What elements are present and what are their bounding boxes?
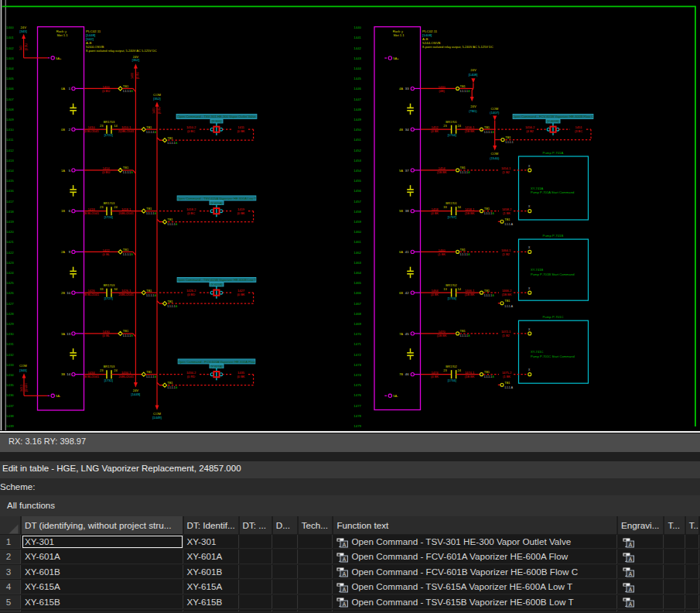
svg-text:(0 BL: (0 BL [102, 334, 110, 337]
svg-text:1436: 1436 [6, 393, 14, 397]
svg-text:1458: 1458 [353, 210, 361, 214]
svg-text:1452: 1452 [353, 149, 361, 152]
svg-text:14: 14 [67, 372, 70, 376]
svg-text:1426: 1426 [6, 291, 14, 295]
svg-text:Pump P-701C Start Command: Pump P-701C Start Command [531, 354, 575, 358]
svg-text:45: 45 [405, 332, 409, 336]
svg-text:(1B BK: (1B BK [502, 293, 512, 296]
svg-text:1478: 1478 [353, 414, 361, 418]
svg-text:1474: 1474 [353, 373, 361, 377]
svg-text:1455: 1455 [353, 179, 361, 183]
svg-text:1475: 1475 [353, 383, 361, 387]
svg-text:1439: 1439 [6, 424, 14, 428]
svg-text:10: 10 [67, 291, 70, 295]
svg-text:(4 BK: (4 BK [431, 293, 439, 296]
svg-text:34: 34 [458, 205, 462, 209]
svg-text:1449: 1449 [353, 118, 361, 122]
svg-text:1467: 1467 [353, 302, 361, 306]
svg-text:A: A [343, 556, 347, 561]
svg-text:1463: 1463 [353, 261, 361, 265]
svg-text:(1B BK: (1B BK [437, 334, 447, 337]
svg-text:23: 23 [100, 124, 104, 128]
svg-text:24V: 24V [470, 104, 476, 108]
svg-text:8-point isolated relay output,: 8-point isolated relay output, 5-240V AC… [422, 45, 493, 49]
svg-text:(1 B2: (1 B2 [502, 334, 510, 337]
svg-text:5A-: 5A- [393, 394, 398, 398]
svg-text:1462: 1462 [353, 251, 361, 255]
svg-text:1414: 1414 [6, 169, 14, 173]
svg-text:1.1.1.1: 1.1.1.1 [460, 171, 468, 174]
svg-text:[1408]: [1408] [469, 73, 478, 77]
svg-text:0A: 0A [61, 87, 65, 91]
svg-text:TB1: TB1 [123, 166, 129, 170]
svg-text:1445: 1445 [353, 77, 361, 80]
svg-text:(1 B2: (1 B2 [502, 170, 510, 174]
svg-text:1.1.1.1: 1.1.1.1 [123, 334, 131, 337]
svg-text:5A+: 5A+ [56, 57, 62, 60]
svg-text:Pump P-701A Start Command: Pump P-701A Start Command [531, 190, 575, 194]
svg-text:TB1: TB1 [167, 136, 173, 140]
svg-text:1466: 1466 [353, 291, 361, 295]
svg-text:341: 341 [19, 46, 22, 50]
svg-text:(1 BK: (1 BK [503, 211, 510, 215]
svg-text:1.1.1.1: 1.1.1.1 [167, 305, 175, 308]
svg-text:1401: 1401 [6, 36, 14, 39]
svg-text:(1B BK: (1B BK [465, 211, 475, 215]
svg-text:34: 34 [114, 287, 118, 291]
svg-text:XY-741A: XY-741A [531, 187, 544, 190]
svg-text:[Y-301]: [Y-301] [212, 119, 222, 123]
svg-text:[1732]: [1732] [104, 378, 113, 382]
svg-text:1434: 1434 [6, 373, 14, 377]
svg-text:TB1: TB1 [460, 329, 466, 333]
svg-text:[Y-601A]: [Y-601A] [210, 365, 222, 368]
svg-text:1.1.1.1: 1.1.1.1 [146, 294, 154, 297]
svg-text:TB1: TB1 [167, 217, 173, 221]
svg-text:1402: 1402 [6, 46, 14, 50]
svg-text:COM: COM [491, 107, 499, 111]
svg-text:[Y-615A]: [Y-615A] [210, 201, 222, 205]
svg-text:BR1701: BR1701 [446, 201, 457, 205]
svg-text:(0 BK: (0 BK [237, 293, 244, 296]
svg-text:5A-: 5A- [56, 394, 61, 398]
svg-text:[343]: [343] [19, 368, 26, 372]
svg-text:1429: 1429 [6, 322, 14, 326]
svg-text:Pump P-701A: Pump P-701A [543, 151, 564, 155]
svg-text:[1722]: [1722] [104, 133, 113, 137]
svg-text:(0 BK: (0 BK [237, 129, 244, 133]
svg-text:TB1: TB1 [123, 84, 129, 88]
svg-text:TB1: TB1 [504, 381, 510, 385]
svg-text:Pump P-701C: Pump P-701C [543, 315, 564, 319]
svg-text:23: 23 [100, 368, 104, 372]
svg-text:1472: 1472 [353, 353, 361, 357]
svg-text:24V: 24V [470, 68, 476, 72]
svg-text:TB1: TB1 [460, 248, 466, 252]
svg-text:1451: 1451 [353, 138, 361, 142]
svg-text:[1724]: [1724] [104, 215, 113, 219]
svg-text:1469: 1469 [353, 322, 361, 326]
svg-text:BR1703: BR1703 [104, 120, 115, 124]
svg-text:1438: 1438 [6, 414, 14, 418]
svg-text:TB1: TB1 [484, 370, 490, 374]
svg-text:1.1.1.A: 1.1.1.A [504, 305, 513, 308]
svg-text:3B: 3B [61, 372, 65, 376]
svg-text:1432: 1432 [6, 353, 14, 357]
svg-text:1477: 1477 [353, 404, 361, 408]
svg-text:1408: 1408 [6, 108, 14, 111]
svg-text:8-point isolated relay output,: 8-point isolated relay output, 5-240V AC… [86, 49, 157, 53]
svg-text:Open Command - TSV-301 HE-300: Open Command - TSV-301 HE-300 Vapor Outl… [177, 115, 256, 118]
svg-text:(1B BK: (1B BK [465, 375, 475, 378]
svg-text:1447: 1447 [353, 98, 361, 101]
svg-text:BR1702: BR1702 [446, 283, 457, 287]
svg-text:1420: 1420 [6, 230, 14, 234]
svg-text:A: A [343, 601, 347, 607]
svg-text:4A: 4A [399, 87, 403, 91]
svg-text:[1727]: [1727] [104, 296, 113, 300]
svg-text:(0 BC: (0 BC [187, 211, 195, 215]
svg-text:TB1: TB1 [460, 166, 466, 170]
svg-text:1419: 1419 [6, 220, 14, 224]
svg-text:1.1.1.1: 1.1.1.1 [460, 253, 468, 256]
svg-text:1431: 1431 [6, 342, 14, 346]
svg-text:[1734]: [1734] [448, 133, 456, 137]
svg-text:BR1703: BR1703 [104, 201, 115, 205]
svg-text:1.1.1.1: 1.1.1.1 [460, 90, 468, 93]
